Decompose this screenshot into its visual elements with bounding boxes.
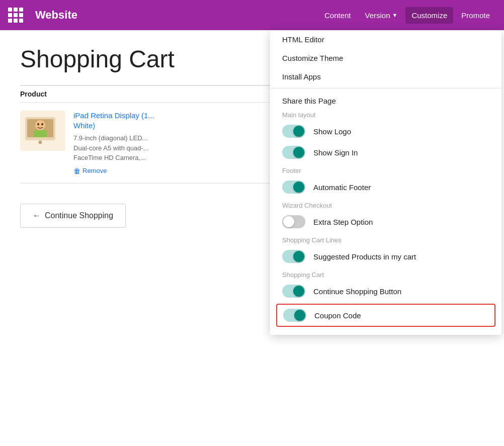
navbar: Website Content Version ▼ Customize Prom… xyxy=(0,0,504,30)
navbar-brand[interactable]: Website xyxy=(35,9,77,22)
automatic-footer-label: Automatic Footer xyxy=(313,183,371,192)
product-column-header: Product xyxy=(20,90,47,98)
html-editor-item[interactable]: HTML Editor xyxy=(270,30,501,49)
automatic-footer-row: Automatic Footer xyxy=(270,176,501,198)
suggested-products-toggle[interactable] xyxy=(282,250,305,263)
cart-item: iPad Retina Display (1...White) 7.9-inch… xyxy=(20,102,282,184)
coupon-code-row: Coupon Code xyxy=(276,304,495,327)
footer-section-label: Footer xyxy=(270,163,501,176)
automatic-footer-toggle[interactable] xyxy=(282,181,305,194)
svg-point-6 xyxy=(39,141,42,144)
cart-item-desc-3: FaceTime HD Camera,... xyxy=(73,153,282,163)
customize-theme-item[interactable]: Customize Theme xyxy=(270,49,501,67)
wizard-checkout-section-label: Wizard Checkout xyxy=(270,198,501,211)
nav-promote[interactable]: Promote xyxy=(455,7,496,24)
show-logo-label: Show Logo xyxy=(313,127,351,136)
coupon-code-toggle[interactable] xyxy=(283,309,306,322)
show-logo-row: Show Logo xyxy=(270,121,501,142)
install-apps-item[interactable]: Install Apps xyxy=(270,67,501,86)
suggested-products-label: Suggested Products in my cart xyxy=(313,252,416,261)
cart-item-desc-1: 7.9-inch (diagonal) LED... xyxy=(73,133,282,143)
main-layout-section-label: Main layout xyxy=(270,107,501,121)
extra-step-row: Extra Step Option xyxy=(270,211,501,232)
svg-point-4 xyxy=(41,123,43,126)
suggested-products-row: Suggested Products in my cart xyxy=(270,246,501,267)
continue-shopping-button[interactable]: ← Continue Shopping xyxy=(20,204,126,228)
nav-content[interactable]: Content xyxy=(318,7,357,24)
arrow-left-icon: ← xyxy=(33,211,41,220)
grid-menu-icon[interactable] xyxy=(8,8,23,23)
share-section-label: Share this Page xyxy=(270,91,501,107)
show-sign-in-toggle[interactable] xyxy=(282,146,305,159)
show-sign-in-label: Show Sign In xyxy=(313,148,358,157)
coupon-code-label: Coupon Code xyxy=(314,311,361,320)
continue-shopping-btn-toggle[interactable] xyxy=(282,285,305,298)
show-sign-in-row: Show Sign In xyxy=(270,142,501,163)
svg-rect-5 xyxy=(34,130,47,137)
cart-item-details: iPad Retina Display (1...White) 7.9-inch… xyxy=(73,111,282,175)
cart-item-name[interactable]: iPad Retina Display (1...White) xyxy=(73,111,282,130)
cart-item-image xyxy=(20,111,65,151)
nav-customize[interactable]: Customize xyxy=(405,7,453,24)
show-logo-toggle[interactable] xyxy=(282,125,305,138)
trash-icon: 🗑 xyxy=(73,167,80,175)
extra-step-toggle[interactable] xyxy=(282,215,305,228)
cart-item-desc-2: Dual-core A5 with quad-... xyxy=(73,143,282,153)
svg-point-2 xyxy=(35,120,45,130)
shopping-cart-section-label: Shopping Cart xyxy=(270,267,501,281)
version-arrow-icon: ▼ xyxy=(392,12,398,18)
cart-lines-section-label: Shopping Cart Lines xyxy=(270,232,501,246)
navbar-links: Content Version ▼ Customize Promote xyxy=(318,7,496,24)
divider-1 xyxy=(270,88,501,88)
svg-point-3 xyxy=(37,123,39,126)
customize-dropdown-panel: HTML Editor Customize Theme Install Apps… xyxy=(270,30,501,335)
continue-shopping-button-row: Continue Shopping Button xyxy=(270,281,501,302)
ipad-product-image xyxy=(23,113,63,148)
nav-version[interactable]: Version ▼ xyxy=(359,7,404,24)
continue-shopping-btn-label: Continue Shopping Button xyxy=(313,287,401,296)
extra-step-label: Extra Step Option xyxy=(313,218,373,226)
cart-item-remove-button[interactable]: 🗑 Remove xyxy=(73,167,282,175)
